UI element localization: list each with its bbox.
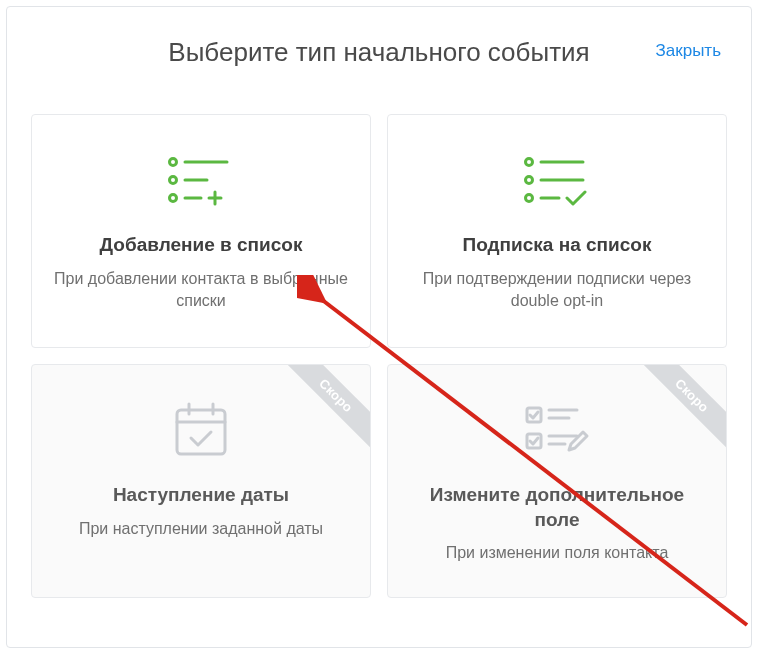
card-desc: При добавлении контакта в выбранные спис…	[52, 268, 350, 313]
svg-point-10	[526, 177, 533, 184]
card-desc: При подтверждении подписки через double …	[408, 268, 706, 313]
card-desc: При наступлении заданной даты	[52, 518, 350, 540]
card-field-change: Скоро Измените дополнит	[387, 364, 727, 598]
card-title: Наступление даты	[52, 483, 350, 508]
cards-grid: Добавление в список При добавлении конта…	[31, 114, 727, 598]
card-date-reached: Скоро Наступление даты При наступлении з…	[31, 364, 371, 598]
svg-point-4	[170, 195, 177, 202]
calendar-icon	[52, 395, 350, 465]
subscribe-list-icon	[408, 145, 706, 215]
modal-title: Выберите тип начального события	[31, 37, 727, 68]
card-subscribe-list[interactable]: Подписка на список При подтверждении под…	[387, 114, 727, 348]
svg-point-2	[170, 177, 177, 184]
close-button[interactable]: Закрыть	[656, 41, 721, 61]
svg-point-8	[526, 159, 533, 166]
svg-point-12	[526, 195, 533, 202]
checklist-edit-icon	[408, 395, 706, 465]
event-type-modal: Выберите тип начального события Закрыть	[6, 6, 752, 648]
card-title: Подписка на список	[408, 233, 706, 258]
card-add-to-list[interactable]: Добавление в список При добавлении конта…	[31, 114, 371, 348]
card-title: Измените дополнительное поле	[408, 483, 706, 532]
svg-rect-14	[177, 410, 225, 454]
add-to-list-icon	[52, 145, 350, 215]
card-title: Добавление в список	[52, 233, 350, 258]
svg-point-0	[170, 159, 177, 166]
card-desc: При изменении поля контакта	[408, 542, 706, 564]
modal-header: Выберите тип начального события Закрыть	[31, 37, 727, 68]
